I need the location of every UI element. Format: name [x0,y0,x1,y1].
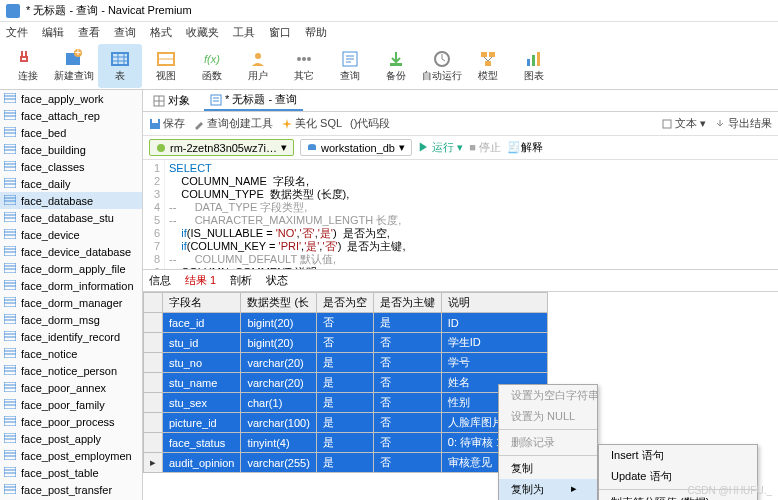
cell[interactable]: 是 [316,453,373,473]
sidebar-table-item[interactable]: face_post_transfer [0,481,142,498]
sidebar-table-item[interactable]: face_dorm_information [0,277,142,294]
table-sidebar[interactable]: face_apply_workface_attach_repface_bedfa… [0,90,143,500]
table-row[interactable]: face_statustinyint(4)是否0: 待审核 1: 已通过 [144,433,548,453]
sidebar-table-item[interactable]: face_daily [0,175,142,192]
toolbar-fx-button[interactable]: f(x)函数 [190,44,234,88]
sidebar-table-item[interactable]: face_building [0,141,142,158]
cell[interactable]: stu_no [163,353,241,373]
result-tab[interactable]: 信息 [149,273,171,288]
sidebar-table-item[interactable]: face_database_stu [0,209,142,226]
sidebar-table-item[interactable]: face_post_employmen [0,447,142,464]
toolbar-table-button[interactable]: 表 [98,44,142,88]
cell[interactable]: varchar(20) [241,353,316,373]
sidebar-table-item[interactable]: face_identify_record [0,328,142,345]
text-button[interactable]: 文本 ▾ [661,116,706,131]
sidebar-table-item[interactable]: face_bed [0,124,142,141]
cell[interactable]: 否 [373,333,441,353]
cell[interactable]: varchar(100) [241,413,316,433]
menu-item[interactable]: 帮助 [305,25,327,40]
toolbar-user-button[interactable]: 用户 [236,44,280,88]
sidebar-table-item[interactable]: face_dorm_manager [0,294,142,311]
menu-item[interactable]: 文件 [6,25,28,40]
menu-copy-as[interactable]: 复制为▸ [499,479,597,500]
column-header[interactable]: 数据类型 (长 [241,293,316,313]
cell[interactable]: bigint(20) [241,313,316,333]
toolbar-model-button[interactable]: 模型 [466,44,510,88]
result-tab[interactable]: 状态 [266,273,288,288]
toolbar-auto-button[interactable]: 自动运行 [420,44,464,88]
sidebar-table-item[interactable]: face_poor_annex [0,379,142,396]
table-row[interactable]: stu_namevarchar(20)是否姓名 [144,373,548,393]
table-row[interactable]: stu_sexchar(1)是否性别 [144,393,548,413]
sidebar-table-item[interactable]: face_device_database [0,243,142,260]
context-menu[interactable]: 设置为空白字符串 设置为 NULL 删除记录 复制 复制为▸ 粘贴 显示▸ [498,384,598,500]
sidebar-table-item[interactable]: face_attach_rep [0,107,142,124]
toolbar-query-button[interactable]: 查询 [328,44,372,88]
stop-button[interactable]: ■ 停止 [469,140,501,155]
menu-set-empty[interactable]: 设置为空白字符串 [499,385,597,406]
sidebar-table-item[interactable]: face_apply_work [0,90,142,107]
sidebar-table-item[interactable]: face_notice_person [0,362,142,379]
cell[interactable]: 否 [373,353,441,373]
column-header[interactable]: 是否为主键 [373,293,441,313]
cell[interactable]: ID [441,313,548,333]
explain-button[interactable]: 🧾解释 [507,140,543,155]
cell[interactable]: tinyint(4) [241,433,316,453]
sidebar-table-item[interactable]: face_notice [0,345,142,362]
cell[interactable]: 是 [373,313,441,333]
sql-text[interactable]: SELECT COLUMN_NAME 字段名, COLUMN_TYPE 数据类型… [165,160,409,269]
cell[interactable]: char(1) [241,393,316,413]
cell[interactable]: 学生ID [441,333,548,353]
menu-delete[interactable]: 删除记录 [499,432,597,453]
cell[interactable]: 否 [316,333,373,353]
menu-copy[interactable]: 复制 [499,458,597,479]
cell[interactable]: audit_opinion [163,453,241,473]
column-header[interactable]: 字段名 [163,293,241,313]
cell[interactable]: 是 [316,433,373,453]
cell[interactable]: face_id [163,313,241,333]
cell[interactable]: 否 [373,413,441,433]
toolbar-other-button[interactable]: 其它 [282,44,326,88]
server-selector[interactable]: rm-2zetn83n05wz7i… ▾ [149,139,294,156]
run-button[interactable]: ▶ 运行 ▾ [418,140,463,155]
tab-objects[interactable]: 对象 [147,91,196,110]
beautify-button[interactable]: 美化 SQL [281,116,342,131]
sidebar-table-item[interactable]: face_post_table [0,464,142,481]
cell[interactable]: 否 [316,313,373,333]
cell[interactable]: varchar(255) [241,453,316,473]
sidebar-table-item[interactable]: face_dorm_msg [0,311,142,328]
sidebar-table-item[interactable]: face_dorm_apply_file [0,260,142,277]
toolbar-plug-button[interactable]: 连接 [6,44,50,88]
toolbar-newq-button[interactable]: +新建查询 [52,44,96,88]
table-row[interactable]: picture_idvarchar(100)是否人脸库图片ID [144,413,548,433]
menu-item[interactable]: 编辑 [42,25,64,40]
builder-button[interactable]: 查询创建工具 [193,116,273,131]
cell[interactable]: picture_id [163,413,241,433]
cell[interactable]: 否 [373,453,441,473]
cell[interactable]: 学号 [441,353,548,373]
cell[interactable]: stu_id [163,333,241,353]
cell[interactable]: varchar(20) [241,373,316,393]
cell[interactable]: 是 [316,353,373,373]
cell[interactable]: 是 [316,393,373,413]
sql-editor[interactable]: 123456789 SELECT COLUMN_NAME 字段名, COLUMN… [143,160,778,270]
export-button[interactable]: 导出结果 [714,116,772,131]
save-button[interactable]: 保存 [149,116,185,131]
sidebar-table-item[interactable]: face_database [0,192,142,209]
cell[interactable]: face_status [163,433,241,453]
menu-item[interactable]: 工具 [233,25,255,40]
menu-item[interactable]: 查询 [114,25,136,40]
table-row[interactable]: ▸audit_opinionvarchar(255)是否审核意见 [144,453,548,473]
submenu-item[interactable]: Update 语句 [599,466,757,487]
table-row[interactable]: stu_novarchar(20)是否学号 [144,353,548,373]
result-tab[interactable]: 剖析 [230,273,252,288]
sidebar-table-item[interactable]: face_poor_process [0,413,142,430]
database-selector[interactable]: workstation_db ▾ [300,139,412,156]
sidebar-table-item[interactable]: face_post_apply [0,430,142,447]
menu-set-null[interactable]: 设置为 NULL [499,406,597,427]
snippet-button[interactable]: ()代码段 [350,116,390,131]
cell[interactable]: stu_sex [163,393,241,413]
cell[interactable]: 否 [373,373,441,393]
toolbar-backup-button[interactable]: 备份 [374,44,418,88]
sidebar-table-item[interactable]: face_poor_family [0,396,142,413]
